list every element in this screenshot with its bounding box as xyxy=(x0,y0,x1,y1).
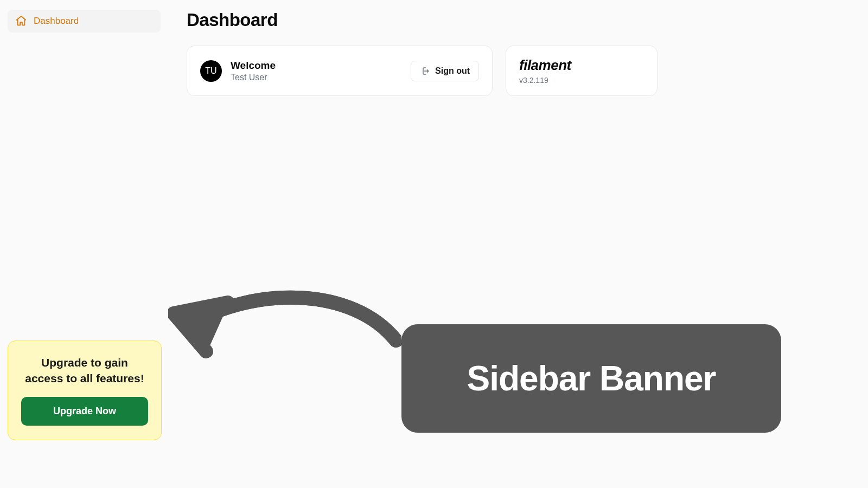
annotation-arrow-icon xyxy=(168,275,401,373)
main-content: Dashboard TU Welcome Test User Sign o xyxy=(187,10,868,96)
page-title: Dashboard xyxy=(187,10,868,30)
filament-logo: filament xyxy=(519,57,644,74)
welcome-text-block: Welcome Test User xyxy=(231,60,276,82)
home-icon xyxy=(15,15,27,27)
signout-icon xyxy=(420,66,430,76)
svg-marker-0 xyxy=(173,299,231,354)
welcome-user-name: Test User xyxy=(231,73,276,82)
signout-label: Sign out xyxy=(435,66,470,76)
annotation-label-box: Sidebar Banner xyxy=(401,324,781,433)
avatar: TU xyxy=(200,60,222,82)
welcome-card: TU Welcome Test User Sign out xyxy=(187,46,493,96)
upgrade-banner: Upgrade to gain access to all features! … xyxy=(8,341,162,440)
welcome-title: Welcome xyxy=(231,60,276,72)
annotation-label-text: Sidebar Banner xyxy=(467,358,716,399)
filament-card: filament v3.2.119 xyxy=(506,46,658,96)
upgrade-now-button[interactable]: Upgrade Now xyxy=(21,397,148,426)
upgrade-banner-title: Upgrade to gain access to all features! xyxy=(21,355,148,386)
signout-button[interactable]: Sign out xyxy=(411,61,479,81)
sidebar-item-label: Dashboard xyxy=(34,16,79,27)
filament-version: v3.2.119 xyxy=(519,76,644,85)
sidebar-item-dashboard[interactable]: Dashboard xyxy=(8,10,161,33)
cards-row: TU Welcome Test User Sign out filamen xyxy=(187,46,868,96)
welcome-left: TU Welcome Test User xyxy=(200,60,276,82)
